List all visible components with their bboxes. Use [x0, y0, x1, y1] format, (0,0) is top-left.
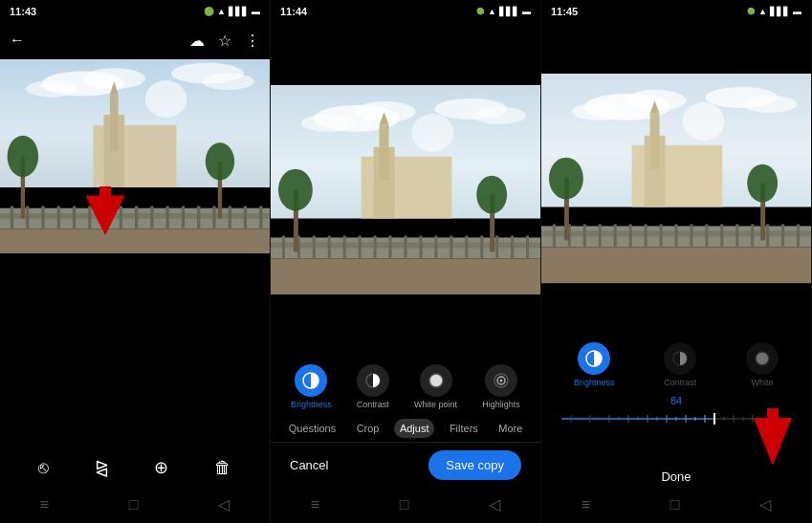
signal-icon-3: ▋▋▋	[770, 7, 790, 16]
svg-point-5	[202, 74, 253, 90]
svg-rect-36	[99, 186, 111, 206]
svg-rect-64	[495, 235, 498, 258]
back-nav-2[interactable]: ◁	[489, 495, 500, 513]
svg-point-40	[301, 115, 355, 132]
brightness-label-2: Brightness	[291, 400, 332, 409]
battery-icon: ▬	[252, 7, 260, 16]
save-copy-button[interactable]: Save copy	[428, 450, 521, 480]
square-nav-3[interactable]: □	[670, 496, 680, 513]
highlights-icon-2	[485, 364, 517, 397]
svg-point-34	[206, 142, 234, 180]
status-dot-green-2: 🟢	[476, 8, 485, 15]
battery-icon-3: ▬	[793, 7, 801, 16]
wifi-icon-2: ▲	[488, 7, 496, 16]
photo-area-3	[541, 21, 811, 337]
svg-point-84	[682, 102, 724, 141]
red-arrow-3	[706, 408, 801, 475]
svg-rect-94	[599, 225, 602, 248]
tab-crop[interactable]: Crop	[351, 419, 385, 438]
svg-rect-53	[328, 235, 331, 258]
share-icon[interactable]: ⎋	[38, 458, 49, 478]
back-nav-3[interactable]: ◁	[759, 495, 771, 513]
svg-rect-104	[751, 225, 754, 248]
svg-rect-91	[553, 225, 556, 248]
brightness-icon-3	[578, 342, 610, 375]
tab-more[interactable]: More	[493, 419, 528, 438]
upload-icon[interactable]: ☁	[189, 32, 205, 50]
tool-contrast-3[interactable]: Contrast	[664, 342, 696, 387]
square-nav-2[interactable]: □	[400, 496, 409, 513]
contrast-label-2: Contrast	[357, 400, 389, 409]
svg-rect-142	[767, 408, 779, 427]
star-icon[interactable]: ☆	[218, 32, 231, 50]
sliders-icon[interactable]: ⧎	[95, 457, 109, 478]
red-arrow-1	[57, 186, 134, 244]
photo-area-2	[271, 21, 540, 359]
hamburger-nav-2[interactable]: ≡	[311, 496, 319, 513]
svg-point-112	[747, 164, 778, 203]
svg-point-6	[145, 80, 187, 118]
svg-point-71	[476, 176, 507, 214]
svg-rect-67	[271, 258, 540, 294]
circle-dot-icon[interactable]: ⊕	[154, 457, 168, 478]
svg-rect-62	[465, 235, 468, 258]
tool-contrast-2[interactable]: Contrast	[357, 364, 389, 409]
hamburger-nav-3[interactable]: ≡	[582, 496, 590, 513]
tab-questions[interactable]: Questions	[283, 419, 342, 438]
tool-highlights-2[interactable]: Highlights	[482, 364, 520, 409]
status-icons-3: 🟢 ▲ ▋▋▋ ▬	[747, 7, 801, 16]
svg-rect-61	[450, 235, 452, 258]
trash-icon[interactable]: 🗑	[214, 458, 231, 478]
svg-point-115	[756, 352, 769, 365]
svg-rect-22	[150, 207, 153, 229]
svg-rect-56	[374, 235, 377, 258]
action-row-2: Cancel Save copy	[271, 443, 540, 488]
spacer-1	[0, 253, 270, 447]
status-bar-2: 11:44 🟢 ▲ ▋▋▋ ▬	[271, 0, 540, 21]
top-bar-1: ← ☁ ☆ ⋮	[0, 21, 270, 59]
cancel-button[interactable]: Cancel	[290, 458, 328, 472]
svg-rect-30	[0, 229, 270, 253]
back-nav-1[interactable]: ◁	[218, 495, 230, 513]
svg-rect-15	[41, 207, 44, 229]
contrast-label-3: Contrast	[664, 378, 696, 387]
done-button[interactable]: Done	[661, 469, 691, 484]
svg-rect-27	[229, 207, 231, 229]
wifi-icon-3: ▲	[758, 7, 767, 16]
svg-point-81	[572, 103, 625, 120]
tool-brightness-3[interactable]: Brightness	[574, 342, 615, 387]
svg-point-3	[26, 80, 77, 97]
arrow-area-3	[541, 437, 811, 466]
svg-rect-97	[645, 225, 647, 248]
tab-adjust[interactable]: Adjust	[394, 419, 435, 438]
tool-white-3[interactable]: White	[746, 342, 779, 387]
status-bar-1: 11:43 🟢 ▲ ▋▋▋ ▬	[0, 0, 270, 21]
more-icon[interactable]: ⋮	[245, 32, 260, 50]
svg-rect-87	[650, 114, 660, 169]
svg-rect-25	[197, 207, 200, 229]
panel-2: 11:44 🟢 ▲ ▋▋▋ ▬	[271, 0, 541, 523]
hamburger-nav-1[interactable]: ≡	[40, 496, 49, 513]
tool-brightness-2[interactable]: Brightness	[291, 364, 332, 409]
svg-point-32	[8, 136, 39, 177]
square-nav-1[interactable]: □	[129, 496, 139, 513]
svg-rect-105	[766, 225, 769, 248]
svg-rect-13	[11, 207, 13, 229]
svg-rect-50	[282, 235, 285, 258]
status-time-3: 11:45	[551, 6, 578, 17]
highlights-label-2: Highlights	[482, 400, 520, 409]
tab-filters[interactable]: Filters	[444, 419, 484, 438]
tool-whitepoint-2[interactable]: White point	[414, 364, 457, 409]
nav-bar-3: ≡ □ ◁	[541, 488, 811, 523]
tools-row-2: Brightness Contrast White point	[271, 359, 540, 415]
wifi-icon: ▲	[217, 7, 226, 16]
battery-icon-2: ▬	[522, 7, 531, 16]
svg-rect-65	[511, 235, 514, 258]
back-icon[interactable]: ←	[10, 32, 25, 49]
svg-rect-107	[797, 225, 800, 248]
svg-rect-63	[480, 235, 483, 258]
svg-rect-55	[359, 235, 362, 258]
svg-rect-29	[259, 207, 262, 229]
svg-point-69	[278, 169, 313, 211]
svg-rect-60	[434, 235, 437, 258]
